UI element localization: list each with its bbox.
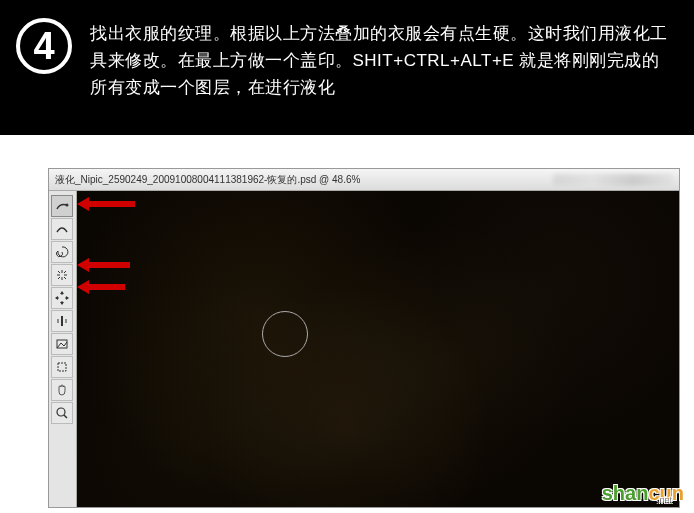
svg-rect-7 (58, 363, 66, 371)
watermark-logo: shancun .net (602, 482, 684, 505)
watermark-text-1: shan (602, 482, 649, 504)
liquify-canvas[interactable] (77, 191, 679, 507)
mirror-tool[interactable] (51, 333, 73, 355)
svg-rect-5 (61, 316, 63, 326)
svg-marker-4 (66, 296, 69, 300)
svg-point-0 (66, 204, 69, 207)
watermark-subtext: .net (657, 495, 672, 505)
reconstruct-tool[interactable] (51, 218, 73, 240)
instruction-text: 找出衣服的纹理。根据以上方法叠加的衣服会有点生硬。这时我们用液化工具来修改。在最… (90, 20, 670, 102)
bloat-tool[interactable] (51, 287, 73, 309)
brush-cursor-circle (262, 311, 308, 357)
step-number-circle: 4 (16, 18, 72, 74)
zoom-tool[interactable] (51, 402, 73, 424)
content-area (49, 191, 679, 507)
forward-warp-tool[interactable] (51, 195, 73, 217)
twirl-tool[interactable] (51, 241, 73, 263)
window-title: 液化_Nipic_2590249_20091008004111381962-恢复… (55, 173, 360, 187)
svg-marker-3 (55, 296, 58, 300)
instruction-header: 4 找出衣服的纹理。根据以上方法叠加的衣服会有点生硬。这时我们用液化工具来修改。… (0, 0, 694, 135)
pucker-tool[interactable] (51, 264, 73, 286)
svg-point-8 (57, 408, 65, 416)
freeze-mask-tool[interactable] (51, 356, 73, 378)
svg-marker-1 (60, 291, 64, 294)
push-left-tool[interactable] (51, 310, 73, 332)
title-bar: 液化_Nipic_2590249_20091008004111381962-恢复… (49, 169, 679, 191)
liquify-dialog-window: 液化_Nipic_2590249_20091008004111381962-恢复… (48, 168, 680, 508)
title-bar-controls-blurred (553, 174, 673, 186)
svg-line-9 (64, 415, 67, 418)
step-number: 4 (33, 25, 54, 68)
liquify-toolbar (49, 191, 77, 507)
hand-tool[interactable] (51, 379, 73, 401)
svg-marker-2 (60, 302, 64, 305)
